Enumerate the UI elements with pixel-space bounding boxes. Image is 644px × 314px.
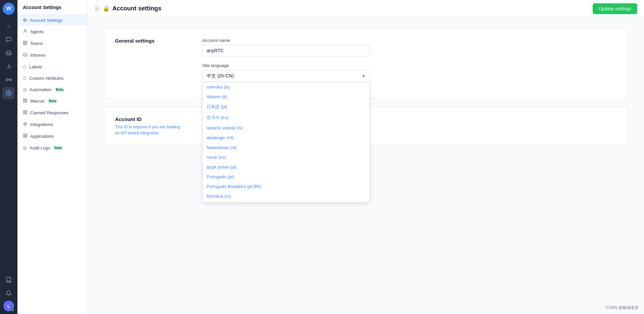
svg-point-4 bbox=[8, 92, 10, 94]
general-settings-section: General settings Account name Site langu… bbox=[104, 28, 628, 99]
sidebar-item-labels[interactable]: ◇ Labels bbox=[17, 61, 88, 72]
automation-badge: Beta bbox=[54, 87, 65, 92]
svg-rect-22 bbox=[23, 136, 25, 137]
broadcast-icon[interactable] bbox=[3, 74, 15, 86]
custom-attributes-icon: ◇ bbox=[23, 75, 26, 81]
svg-point-5 bbox=[24, 29, 26, 31]
general-settings-label: General settings bbox=[115, 38, 182, 89]
integrations-icon bbox=[23, 122, 28, 127]
watermark: CSDN @杨浦老苏 bbox=[606, 305, 639, 311]
account-name-label: Account name bbox=[202, 38, 617, 43]
site-language-dropdown-wrapper: 中文 (zh-CN) ▼ íslenska (is)Italiano (it)日… bbox=[202, 70, 370, 82]
account-id-description: This ID is required if you are building … bbox=[115, 124, 182, 136]
language-option[interactable]: മലയാളo (ml) bbox=[203, 133, 370, 143]
language-option[interactable]: Português Brasileiro (pt-BR) bbox=[203, 182, 370, 191]
dropdown-arrow-icon: ▼ bbox=[362, 74, 366, 78]
language-dropdown-list: íslenska (is)Italiano (it)日本語 (ja)한국어 (k… bbox=[202, 82, 370, 203]
svg-rect-13 bbox=[23, 101, 25, 102]
app-logo[interactable]: W bbox=[3, 3, 15, 15]
site-language-label: Site language bbox=[202, 63, 617, 68]
site-language-dropdown[interactable]: 中文 (zh-CN) ▼ bbox=[202, 70, 370, 82]
macros-icon bbox=[23, 98, 28, 104]
user-avatar[interactable]: L bbox=[3, 301, 14, 311]
svg-rect-8 bbox=[25, 43, 27, 45]
sidebar-item-canned-responses[interactable]: Canned Responses bbox=[17, 107, 88, 119]
svg-rect-14 bbox=[23, 111, 25, 112]
home-icon[interactable]: ⌂ bbox=[3, 20, 15, 32]
topbar: ☰ 🔒 Account settings Update settings bbox=[88, 0, 644, 17]
automation-icon: ◎ bbox=[23, 87, 27, 92]
account-id-title: Account ID bbox=[115, 116, 182, 122]
page-icon: 🔒 bbox=[103, 5, 110, 12]
svg-rect-10 bbox=[23, 99, 25, 100]
svg-point-3 bbox=[8, 79, 9, 80]
svg-rect-7 bbox=[25, 41, 27, 43]
page-title: 🔒 Account settings bbox=[103, 5, 161, 12]
svg-rect-12 bbox=[25, 101, 27, 102]
language-option[interactable]: Română (ro) bbox=[203, 191, 370, 201]
inbox-icon[interactable] bbox=[3, 47, 15, 59]
sidebar-item-audit-logs[interactable]: ◎ Audit Logs Beta bbox=[17, 142, 88, 153]
sidebar-item-applications[interactable]: Applications bbox=[17, 130, 88, 142]
sidebar-item-inboxes[interactable]: Inboxes bbox=[17, 49, 88, 61]
agents-icon bbox=[23, 29, 28, 35]
chat-icon[interactable] bbox=[3, 34, 15, 46]
svg-rect-20 bbox=[25, 134, 27, 135]
language-option[interactable]: 한국어 (ko) bbox=[203, 112, 370, 123]
sidebar: Account Settings ⚙ Account Settings Agen… bbox=[17, 0, 88, 314]
sidebar-item-automation[interactable]: ◎ Automation Beta bbox=[17, 84, 88, 95]
icon-rail: W ⌂ L bbox=[0, 0, 17, 314]
bell-icon[interactable] bbox=[3, 287, 15, 299]
form-fields: Account name Site language 中文 (zh-CN) ▼ bbox=[202, 38, 617, 89]
inboxes-icon bbox=[23, 52, 28, 58]
account-name-input[interactable] bbox=[202, 45, 370, 56]
language-option[interactable]: latviešu valoda (lv) bbox=[203, 123, 370, 133]
content-area: General settings Account name Site langu… bbox=[88, 17, 644, 314]
macros-badge: Beta bbox=[47, 99, 58, 103]
reports-icon[interactable] bbox=[3, 60, 15, 72]
language-option[interactable]: język polski (pl) bbox=[203, 162, 370, 172]
update-settings-button[interactable]: Update settings bbox=[593, 3, 637, 14]
applications-icon bbox=[23, 133, 28, 139]
sidebar-item-agents[interactable]: Agents bbox=[17, 26, 88, 38]
sidebar-item-teams[interactable]: Teams bbox=[17, 38, 88, 49]
menu-icon[interactable]: ☰ bbox=[95, 5, 99, 12]
sidebar-item-custom-attributes[interactable]: ◇ Custom Attributes bbox=[17, 72, 88, 84]
svg-marker-18 bbox=[23, 122, 27, 126]
language-option[interactable]: Nederlands (nl) bbox=[203, 143, 370, 152]
online-dot bbox=[11, 309, 14, 311]
language-option[interactable]: íslenska (is) bbox=[203, 82, 370, 92]
svg-rect-11 bbox=[25, 99, 27, 100]
svg-rect-16 bbox=[25, 113, 27, 114]
labels-icon: ◇ bbox=[23, 64, 26, 69]
account-id-label-container: Account ID This ID is required if you ar… bbox=[115, 116, 182, 136]
svg-rect-21 bbox=[25, 136, 27, 137]
canned-responses-icon bbox=[23, 110, 28, 116]
svg-rect-17 bbox=[23, 113, 25, 114]
site-language-group: Site language 中文 (zh-CN) ▼ íslenska (is)… bbox=[202, 63, 617, 82]
svg-rect-15 bbox=[25, 111, 27, 112]
sidebar-item-account-settings[interactable]: ⚙ Account Settings bbox=[17, 14, 88, 26]
account-settings-icon: ⚙ bbox=[23, 17, 27, 23]
settings-icon[interactable] bbox=[3, 87, 15, 99]
language-option[interactable]: Português (pt) bbox=[203, 172, 370, 182]
account-name-group: Account name bbox=[202, 38, 617, 56]
sidebar-item-macros[interactable]: Macros Beta bbox=[17, 95, 88, 107]
teams-icon bbox=[23, 41, 28, 46]
main-content: ☰ 🔒 Account settings Update settings Gen… bbox=[88, 0, 644, 314]
language-option[interactable]: Italiano (it) bbox=[203, 92, 370, 102]
sidebar-title: Account Settings bbox=[17, 0, 88, 14]
audit-logs-icon: ◎ bbox=[23, 145, 27, 150]
settings-main: General settings Account name Site langu… bbox=[88, 17, 644, 314]
language-option[interactable]: norsk (no) bbox=[203, 152, 370, 162]
selected-language-text: 中文 (zh-CN) bbox=[207, 73, 234, 79]
svg-rect-9 bbox=[23, 43, 25, 45]
language-option[interactable]: русский (ru) bbox=[203, 201, 370, 203]
svg-rect-19 bbox=[23, 134, 25, 135]
language-option[interactable]: 日本語 (ja) bbox=[203, 102, 370, 112]
sidebar-item-integrations[interactable]: Integrations bbox=[17, 119, 88, 130]
svg-rect-6 bbox=[23, 41, 25, 43]
book-icon[interactable] bbox=[3, 274, 15, 286]
audit-logs-badge: Beta bbox=[53, 146, 63, 150]
